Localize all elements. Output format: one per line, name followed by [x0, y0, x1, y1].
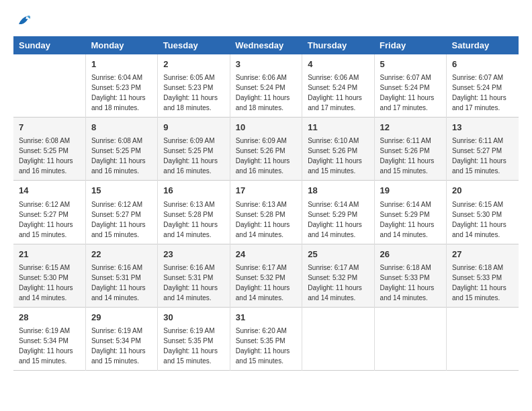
calendar-cell: 18Sunrise: 6:14 AM Sunset: 5:29 PM Dayli… [302, 181, 374, 244]
day-info: Sunrise: 6:06 AM Sunset: 5:24 PM Dayligh… [236, 73, 296, 113]
day-number: 7 [19, 122, 80, 134]
calendar-cell: 21Sunrise: 6:15 AM Sunset: 5:30 PM Dayli… [13, 244, 85, 307]
day-number: 9 [163, 122, 224, 134]
day-number: 18 [308, 185, 368, 197]
calendar-week-row: 28Sunrise: 6:19 AM Sunset: 5:34 PM Dayli… [13, 307, 519, 370]
day-info: Sunrise: 6:18 AM Sunset: 5:33 PM Dayligh… [380, 263, 441, 303]
day-info: Sunrise: 6:14 AM Sunset: 5:29 PM Dayligh… [308, 199, 368, 240]
calendar-cell: 2Sunrise: 6:05 AM Sunset: 5:23 PM Daylig… [158, 54, 230, 118]
calendar-cell: 29Sunrise: 6:19 AM Sunset: 5:34 PM Dayli… [85, 307, 157, 370]
calendar-cell: 22Sunrise: 6:16 AM Sunset: 5:31 PM Dayli… [85, 244, 157, 307]
calendar-cell: 31Sunrise: 6:20 AM Sunset: 5:35 PM Dayli… [230, 307, 302, 370]
day-header-sunday: Sunday [13, 36, 85, 54]
day-info: Sunrise: 6:19 AM Sunset: 5:34 PM Dayligh… [19, 326, 80, 366]
calendar-cell: 27Sunrise: 6:18 AM Sunset: 5:33 PM Dayli… [447, 244, 519, 307]
day-number: 25 [308, 248, 368, 261]
calendar-week-row: 7Sunrise: 6:08 AM Sunset: 5:25 PM Daylig… [13, 118, 519, 181]
calendar-header: SundayMondayTuesdayWednesdayThursdayFrid… [13, 36, 519, 54]
calendar-cell: 17Sunrise: 6:13 AM Sunset: 5:28 PM Dayli… [230, 181, 302, 244]
calendar-cell: 6Sunrise: 6:07 AM Sunset: 5:24 PM Daylig… [447, 54, 519, 118]
day-info: Sunrise: 6:16 AM Sunset: 5:31 PM Dayligh… [91, 263, 152, 303]
day-number: 26 [380, 248, 441, 261]
day-header-tuesday: Tuesday [158, 36, 230, 54]
day-info: Sunrise: 6:14 AM Sunset: 5:29 PM Dayligh… [380, 199, 441, 240]
calendar-cell: 24Sunrise: 6:17 AM Sunset: 5:32 PM Dayli… [230, 244, 302, 307]
day-number: 12 [380, 122, 441, 134]
day-info: Sunrise: 6:19 AM Sunset: 5:35 PM Dayligh… [163, 326, 224, 366]
calendar-cell: 25Sunrise: 6:17 AM Sunset: 5:32 PM Dayli… [302, 244, 374, 307]
calendar-cell [447, 307, 519, 370]
day-number: 20 [452, 185, 513, 197]
calendar-cell: 8Sunrise: 6:08 AM Sunset: 5:25 PM Daylig… [85, 118, 157, 181]
day-info: Sunrise: 6:07 AM Sunset: 5:24 PM Dayligh… [380, 73, 441, 113]
calendar-week-row: 1Sunrise: 6:04 AM Sunset: 5:23 PM Daylig… [13, 54, 519, 118]
day-number: 17 [236, 185, 296, 197]
calendar-cell: 23Sunrise: 6:16 AM Sunset: 5:31 PM Dayli… [158, 244, 230, 307]
calendar-cell: 3Sunrise: 6:06 AM Sunset: 5:24 PM Daylig… [230, 54, 302, 118]
day-number: 24 [236, 248, 296, 261]
day-header-thursday: Thursday [302, 36, 374, 54]
day-info: Sunrise: 6:11 AM Sunset: 5:27 PM Dayligh… [452, 136, 513, 176]
day-number: 22 [91, 248, 152, 261]
day-info: Sunrise: 6:09 AM Sunset: 5:26 PM Dayligh… [236, 136, 296, 176]
calendar-cell: 20Sunrise: 6:15 AM Sunset: 5:30 PM Dayli… [447, 181, 519, 244]
day-info: Sunrise: 6:16 AM Sunset: 5:31 PM Dayligh… [163, 263, 224, 303]
day-header-wednesday: Wednesday [230, 36, 302, 54]
day-info: Sunrise: 6:17 AM Sunset: 5:32 PM Dayligh… [236, 263, 296, 303]
calendar-week-row: 21Sunrise: 6:15 AM Sunset: 5:30 PM Dayli… [13, 244, 519, 307]
day-info: Sunrise: 6:05 AM Sunset: 5:23 PM Dayligh… [163, 73, 224, 113]
calendar-cell: 13Sunrise: 6:11 AM Sunset: 5:27 PM Dayli… [447, 118, 519, 181]
day-info: Sunrise: 6:10 AM Sunset: 5:26 PM Dayligh… [308, 136, 368, 176]
day-number: 30 [163, 312, 224, 324]
day-info: Sunrise: 6:13 AM Sunset: 5:28 PM Dayligh… [163, 199, 224, 240]
calendar-cell: 9Sunrise: 6:09 AM Sunset: 5:25 PM Daylig… [158, 118, 230, 181]
day-number: 31 [236, 312, 296, 324]
calendar-cell: 5Sunrise: 6:07 AM Sunset: 5:24 PM Daylig… [374, 54, 446, 118]
calendar-cell: 28Sunrise: 6:19 AM Sunset: 5:34 PM Dayli… [13, 307, 85, 370]
calendar-cell: 1Sunrise: 6:04 AM Sunset: 5:23 PM Daylig… [85, 54, 157, 118]
calendar-cell: 26Sunrise: 6:18 AM Sunset: 5:33 PM Dayli… [374, 244, 446, 307]
day-info: Sunrise: 6:08 AM Sunset: 5:25 PM Dayligh… [19, 136, 80, 176]
calendar-cell: 11Sunrise: 6:10 AM Sunset: 5:26 PM Dayli… [302, 118, 374, 181]
day-info: Sunrise: 6:18 AM Sunset: 5:33 PM Dayligh… [452, 263, 513, 303]
day-number: 29 [91, 312, 152, 324]
day-number: 5 [380, 58, 441, 71]
calendar-cell: 19Sunrise: 6:14 AM Sunset: 5:29 PM Dayli… [374, 181, 446, 244]
day-info: Sunrise: 6:19 AM Sunset: 5:34 PM Dayligh… [91, 326, 152, 366]
day-info: Sunrise: 6:17 AM Sunset: 5:32 PM Dayligh… [308, 263, 368, 303]
logo [13, 13, 32, 30]
day-info: Sunrise: 6:12 AM Sunset: 5:27 PM Dayligh… [19, 199, 80, 240]
calendar-table: SundayMondayTuesdayWednesdayThursdayFrid… [13, 36, 519, 371]
calendar-cell: 10Sunrise: 6:09 AM Sunset: 5:26 PM Dayli… [230, 118, 302, 181]
day-number: 11 [308, 122, 368, 134]
calendar-cell: 16Sunrise: 6:13 AM Sunset: 5:28 PM Dayli… [158, 181, 230, 244]
day-info: Sunrise: 6:20 AM Sunset: 5:35 PM Dayligh… [236, 326, 296, 366]
day-header-saturday: Saturday [447, 36, 519, 54]
calendar-cell [374, 307, 446, 370]
day-info: Sunrise: 6:15 AM Sunset: 5:30 PM Dayligh… [452, 199, 513, 240]
day-number: 28 [19, 312, 80, 324]
day-info: Sunrise: 6:04 AM Sunset: 5:23 PM Dayligh… [91, 73, 152, 113]
day-number: 15 [91, 185, 152, 197]
calendar-cell: 15Sunrise: 6:12 AM Sunset: 5:27 PM Dayli… [85, 181, 157, 244]
day-number: 13 [452, 122, 513, 134]
logo-bird-icon [16, 13, 32, 30]
calendar-week-row: 14Sunrise: 6:12 AM Sunset: 5:27 PM Dayli… [13, 181, 519, 244]
day-number: 16 [163, 185, 224, 197]
calendar-cell: 7Sunrise: 6:08 AM Sunset: 5:25 PM Daylig… [13, 118, 85, 181]
day-info: Sunrise: 6:15 AM Sunset: 5:30 PM Dayligh… [19, 263, 80, 303]
day-number: 6 [452, 58, 513, 71]
day-info: Sunrise: 6:08 AM Sunset: 5:25 PM Dayligh… [91, 136, 152, 176]
day-number: 8 [91, 122, 152, 134]
day-number: 3 [236, 58, 296, 71]
calendar-cell [302, 307, 374, 370]
calendar-cell [13, 54, 85, 118]
day-number: 2 [163, 58, 224, 71]
day-number: 10 [236, 122, 296, 134]
day-number: 19 [380, 185, 441, 197]
day-number: 1 [91, 58, 152, 71]
day-header-friday: Friday [374, 36, 446, 54]
calendar-cell: 12Sunrise: 6:11 AM Sunset: 5:26 PM Dayli… [374, 118, 446, 181]
day-info: Sunrise: 6:07 AM Sunset: 5:24 PM Dayligh… [452, 73, 513, 113]
calendar-cell: 14Sunrise: 6:12 AM Sunset: 5:27 PM Dayli… [13, 181, 85, 244]
